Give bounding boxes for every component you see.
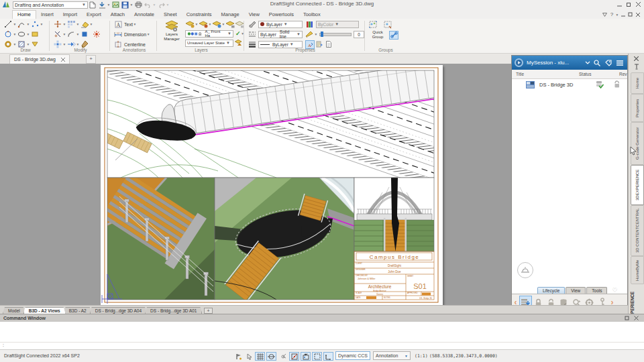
- group-link-icon[interactable]: [389, 31, 398, 40]
- etrack-toggle-icon[interactable]: [301, 352, 311, 361]
- add-sheet-button[interactable]: +: [204, 308, 212, 314]
- active-layer-combo[interactable]: A_ Front Ha▼: [185, 30, 233, 38]
- restore-button[interactable]: [624, 1, 633, 8]
- linestyle-icon[interactable]: [248, 30, 257, 39]
- session-item-row[interactable]: DS - Bridge 3D: [512, 78, 627, 90]
- search-icon[interactable]: [594, 60, 600, 66]
- close-button[interactable]: [633, 1, 643, 8]
- doc-close-button[interactable]: [634, 11, 641, 18]
- point-tool-icon[interactable]: [30, 20, 40, 29]
- tab-home[interactable]: Home: [12, 10, 36, 19]
- tab-import[interactable]: Import: [58, 11, 82, 19]
- annotation-scale-dropdown[interactable]: Annotation▼: [373, 351, 411, 360]
- redo-icon[interactable]: [156, 1, 166, 9]
- undo-icon[interactable]: [143, 1, 152, 9]
- doc-minimize-button[interactable]: [619, 11, 627, 18]
- unlock-status-icon[interactable]: [613, 80, 621, 88]
- command-float-icon[interactable]: [625, 316, 629, 320]
- tab-constraints[interactable]: Constraints: [182, 11, 217, 19]
- chevron-down-icon[interactable]: [585, 61, 590, 64]
- sheet[interactable]: Campus Bridge CLIENT DraftSight DESIGNER…: [101, 65, 443, 305]
- side-tab-3dexperience[interactable]: 3DEXPERIENCE: [631, 165, 644, 205]
- minimize-button[interactable]: [614, 1, 624, 8]
- assistant-icon[interactable]: [517, 262, 533, 278]
- explode-tool-icon[interactable]: [92, 30, 101, 39]
- command-window-header[interactable]: Command Window: [0, 314, 644, 322]
- help-button[interactable]: ?: [608, 11, 615, 18]
- layer-state-save-icon[interactable]: [233, 39, 243, 48]
- print-icon[interactable]: [133, 1, 143, 9]
- command-close-icon[interactable]: [634, 316, 639, 320]
- text-tool-icon[interactable]: A: [113, 20, 123, 29]
- transparency-value[interactable]: 0: [354, 31, 364, 38]
- side-tab-3dcontentcentral[interactable]: 3D CONTENTCENTRAL: [631, 205, 644, 256]
- panel-pin-icon[interactable]: [634, 64, 639, 70]
- selection-toggle-icon[interactable]: [244, 352, 254, 361]
- layer-isolate-icon[interactable]: [199, 20, 208, 29]
- region-tool-icon[interactable]: [80, 30, 89, 39]
- sheet-tab-a04[interactable]: DS - Bridg...dge 3D A04: [90, 307, 147, 314]
- mysession-header[interactable]: MySession - xlu...: [512, 56, 627, 70]
- side-tab-home[interactable]: Home: [631, 72, 644, 94]
- quick-group-button[interactable]: QuickGroup: [368, 30, 388, 39]
- dynamic-ccs-button[interactable]: Dynamic CCS: [335, 351, 370, 360]
- layer-preview-check-icon[interactable]: ✓: [235, 30, 241, 37]
- layer-lock-icon[interactable]: [225, 20, 235, 29]
- sheet-tab-b3d-a2[interactable]: B3D - A2: [64, 307, 92, 314]
- line-tool-icon[interactable]: [3, 20, 13, 29]
- colorbar-icon[interactable]: [305, 20, 314, 29]
- lineweight-toggle-icon[interactable]: [312, 352, 322, 361]
- polar-toggle-icon[interactable]: [278, 352, 288, 361]
- layer-freeze-icon[interactable]: [212, 20, 221, 29]
- new-file-icon[interactable]: [88, 1, 97, 9]
- save-icon[interactable]: [120, 1, 129, 9]
- layers-manager-button[interactable]: LayersManager: [161, 20, 182, 47]
- move-tool-icon[interactable]: [53, 20, 62, 29]
- line-color-combo[interactable]: ByLayer▼: [258, 21, 303, 28]
- snap-toggle-icon[interactable]: [233, 352, 244, 361]
- ribbon-collapse-icon[interactable]: [601, 11, 608, 18]
- tab-view[interactable]: View: [566, 287, 586, 294]
- panel-close-icon[interactable]: [634, 56, 639, 61]
- layer-unlock-icon[interactable]: [235, 20, 244, 29]
- workspace-selector[interactable]: Drafting and Annotation▼: [13, 1, 88, 9]
- heart-icon[interactable]: ♡: [612, 287, 617, 294]
- tab-annotate[interactable]: Annotate: [129, 11, 159, 19]
- ellipse-tool-icon[interactable]: [17, 30, 26, 39]
- doc-restore-button[interactable]: [627, 11, 634, 18]
- image-icon[interactable]: [111, 1, 120, 9]
- ortho-toggle-icon[interactable]: [266, 352, 276, 361]
- tab-toolbox[interactable]: Toolbox: [299, 11, 325, 19]
- tab-attach[interactable]: Attach: [106, 11, 129, 19]
- sheet-tab-model[interactable]: Model: [3, 307, 25, 314]
- transparency-icon[interactable]: [305, 30, 314, 39]
- transparency-slider[interactable]: [319, 33, 352, 36]
- group-edit-icon[interactable]: [383, 20, 392, 29]
- ucs-toggle-icon[interactable]: [323, 352, 333, 361]
- dimension-tool-icon[interactable]: 12: [113, 30, 123, 39]
- sheet-tab-a01[interactable]: DS - Bridg...dge 3D A01: [145, 307, 202, 314]
- tab-sheet[interactable]: Sheet: [159, 11, 182, 19]
- side-tab-homebyme[interactable]: HomeByMe: [631, 256, 644, 284]
- line-style-combo[interactable]: ByLayer Solid line▼: [258, 31, 303, 38]
- pattern-tool-icon[interactable]: [66, 20, 76, 29]
- circle-tool-icon[interactable]: [3, 30, 13, 39]
- tab-insert[interactable]: Insert: [36, 11, 58, 19]
- arc-tool-icon[interactable]: [17, 20, 26, 29]
- tab-view[interactable]: View: [244, 11, 264, 19]
- tab-powertools[interactable]: Powertools: [264, 11, 299, 19]
- document-tab-close-icon[interactable]: [61, 58, 65, 62]
- menu-icon[interactable]: [616, 60, 623, 66]
- quick-group-icon[interactable]: [368, 20, 378, 29]
- layer-state-combo[interactable]: Unsaved Layer State▼: [185, 40, 233, 47]
- trim-tool-icon[interactable]: [53, 30, 62, 39]
- new-document-tab-button[interactable]: +: [86, 55, 96, 64]
- grid-toggle-icon[interactable]: [255, 352, 265, 361]
- tab-lifecycle[interactable]: Lifecycle: [537, 287, 565, 294]
- document-tab[interactable]: DS - Bridge 3D.dwg: [9, 54, 70, 64]
- tab-export[interactable]: Export: [82, 11, 106, 19]
- tab-manage[interactable]: Manage: [217, 11, 244, 19]
- rectangle-tool-icon[interactable]: [30, 30, 40, 39]
- command-window[interactable]: Command Window :: [0, 314, 644, 350]
- import-icon[interactable]: [97, 1, 107, 9]
